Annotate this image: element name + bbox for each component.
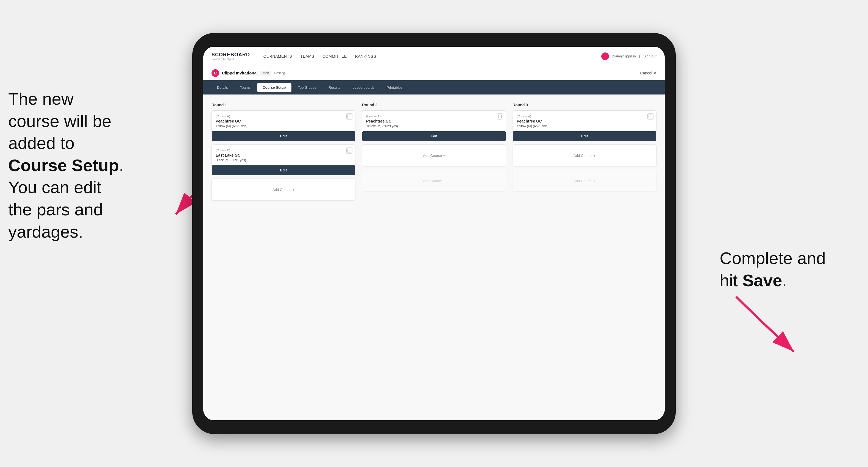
user-email: blair@clippd.io	[612, 54, 636, 58]
round-1-header: Round 1	[212, 103, 355, 107]
round-1-course-b-name: East Lake GC	[216, 153, 351, 157]
nav-link-tournaments[interactable]: TOURNAMENTS	[261, 54, 292, 59]
tab-printables[interactable]: Printables	[381, 83, 408, 92]
tournament-info: C Clippd Invitational Men Hosting	[212, 69, 285, 77]
tab-leaderboards[interactable]: Leaderboards	[347, 83, 380, 92]
cancel-button[interactable]: Cancel ✕	[640, 71, 656, 75]
round-3-course-a-delete[interactable]	[647, 114, 653, 120]
tournament-name: Clippd Invitational	[222, 71, 258, 75]
cancel-label: Cancel	[640, 71, 652, 75]
avatar	[601, 53, 609, 60]
main-content: Round 1 (Course A) Peachtree GC Yellow (…	[203, 94, 665, 420]
round-3-column: Round 3 (Course A) Peachtree GC Yellow (…	[513, 103, 656, 204]
annotation-line5: You can edit	[8, 178, 101, 197]
svg-rect-2	[348, 115, 351, 118]
svg-rect-4	[498, 115, 502, 118]
nav-left: SCOREBOARD Powered by clippd TOURNAMENTS…	[212, 52, 376, 61]
tabs-bar: Details Teams Course Setup Tee Groups Re…	[203, 80, 665, 94]
arrow-right	[731, 291, 813, 368]
tournament-logo: C	[212, 69, 219, 77]
round-2-column: Round 2 (Course A) Peachtree GC Yellow (…	[362, 103, 506, 204]
annotation-right-line1: Complete and	[720, 249, 826, 268]
annotation-left: The new course will be added to Course S…	[8, 88, 179, 243]
gender-badge: Men	[260, 71, 271, 75]
nav-links: TOURNAMENTS TEAMS COMMITTEE RANKINGS	[261, 54, 376, 59]
round-1-course-b-card: (Course B) East Lake GC Black (M) (6891 …	[212, 145, 355, 175]
annotation-period: .	[119, 156, 124, 175]
round-3-header: Round 3	[513, 103, 656, 107]
round-3-course-a-card: (Course A) Peachtree GC Yellow (M) (6629…	[513, 111, 656, 141]
tournament-bar: C Clippd Invitational Men Hosting Cancel…	[203, 66, 665, 80]
svg-rect-5	[649, 115, 652, 118]
round-1-add-course-button[interactable]: Add Course +	[212, 179, 355, 200]
nav-link-committee[interactable]: COMMITTEE	[322, 54, 347, 59]
annotation-line6: the pars and	[8, 200, 103, 219]
round-3-course-a-label: (Course A)	[517, 115, 652, 118]
round-3-add-course-button[interactable]: Add Course +	[513, 145, 656, 166]
round-1-course-a-edit-button[interactable]: Edit	[212, 131, 355, 141]
round-3-course-a-name: Peachtree GC	[517, 119, 652, 123]
logo-title: SCOREBOARD	[212, 52, 250, 58]
round-2-add-course-disabled: Add Course +	[362, 170, 506, 192]
rounds-grid: Round 1 (Course A) Peachtree GC Yellow (…	[212, 103, 656, 204]
svg-rect-3	[348, 149, 351, 152]
annotation-line7: yardages.	[8, 222, 83, 241]
top-nav: SCOREBOARD Powered by clippd TOURNAMENTS…	[203, 47, 665, 66]
round-3-add-course-disabled: Add Course +	[513, 170, 656, 192]
tab-details[interactable]: Details	[212, 83, 234, 92]
hosting-badge: Hosting	[274, 71, 285, 75]
round-1-course-a-tee: Yellow (M) (6629 yds)	[216, 124, 351, 128]
annotation-line2: course will be	[8, 112, 112, 130]
tab-course-setup[interactable]: Course Setup	[257, 83, 291, 92]
round-3-add-course-disabled-label: Add Course +	[574, 179, 595, 183]
round-3-course-a-edit-button[interactable]: Edit	[513, 131, 656, 141]
annotation-right: Complete and hit Save.	[720, 247, 851, 291]
round-1-course-a-delete[interactable]	[346, 114, 352, 120]
round-2-course-a-card: (Course A) Peachtree GC Yellow (M) (6629…	[362, 111, 506, 141]
round-3-add-course-label: Add Course +	[574, 154, 595, 158]
nav-link-rankings[interactable]: RANKINGS	[355, 54, 376, 59]
round-3-course-a-tee: Yellow (M) (6629 yds)	[517, 124, 652, 128]
tab-results[interactable]: Results	[323, 83, 346, 92]
round-1-course-b-tee: Black (M) (6891 yds)	[216, 158, 351, 162]
sign-out-link[interactable]: Sign out	[643, 54, 656, 58]
round-1-course-a-name: Peachtree GC	[216, 119, 351, 123]
annotation-right-line2: hit	[720, 271, 742, 290]
annotation-right-bold: Save	[742, 271, 782, 290]
scoreboard-logo: SCOREBOARD Powered by clippd	[212, 52, 250, 61]
round-2-course-a-name: Peachtree GC	[366, 119, 502, 123]
round-2-course-a-tee: Yellow (M) (6629 yds)	[366, 124, 502, 128]
separator: |	[639, 54, 640, 58]
tab-teams[interactable]: Teams	[235, 83, 256, 92]
tab-tee-groups[interactable]: Tee Groups	[292, 83, 322, 92]
round-2-add-course-disabled-label: Add Course +	[423, 179, 445, 183]
round-1-course-a-label: (Course A)	[216, 115, 351, 118]
round-2-course-a-delete[interactable]	[497, 114, 503, 120]
annotation-line3: added to	[8, 133, 74, 152]
round-2-add-course-button[interactable]: Add Course +	[362, 145, 506, 166]
round-1-course-a-card: (Course A) Peachtree GC Yellow (M) (6629…	[212, 111, 355, 141]
round-1-course-b-delete[interactable]	[346, 148, 352, 154]
annotation-right-period: .	[782, 271, 787, 290]
round-2-add-course-label: Add Course +	[423, 154, 445, 158]
round-1-column: Round 1 (Course A) Peachtree GC Yellow (…	[212, 103, 355, 204]
annotation-bold: Course Setup	[8, 156, 119, 175]
nav-link-teams[interactable]: TEAMS	[300, 54, 314, 59]
logo-subtitle: Powered by clippd	[212, 58, 250, 61]
tablet-frame: SCOREBOARD Powered by clippd TOURNAMENTS…	[192, 33, 676, 434]
nav-right: blair@clippd.io | Sign out	[601, 53, 656, 60]
round-2-course-a-label: (Course A)	[366, 115, 502, 118]
round-2-header: Round 2	[362, 103, 506, 107]
round-1-add-course-label: Add Course +	[273, 188, 294, 192]
annotation-line1: The new	[8, 89, 73, 108]
round-2-course-a-edit-button[interactable]: Edit	[362, 131, 506, 141]
round-1-course-b-label: (Course B)	[216, 149, 351, 152]
round-1-course-b-edit-button[interactable]: Edit	[212, 165, 355, 175]
close-icon: ✕	[653, 71, 656, 75]
tablet-screen: SCOREBOARD Powered by clippd TOURNAMENTS…	[203, 47, 665, 420]
